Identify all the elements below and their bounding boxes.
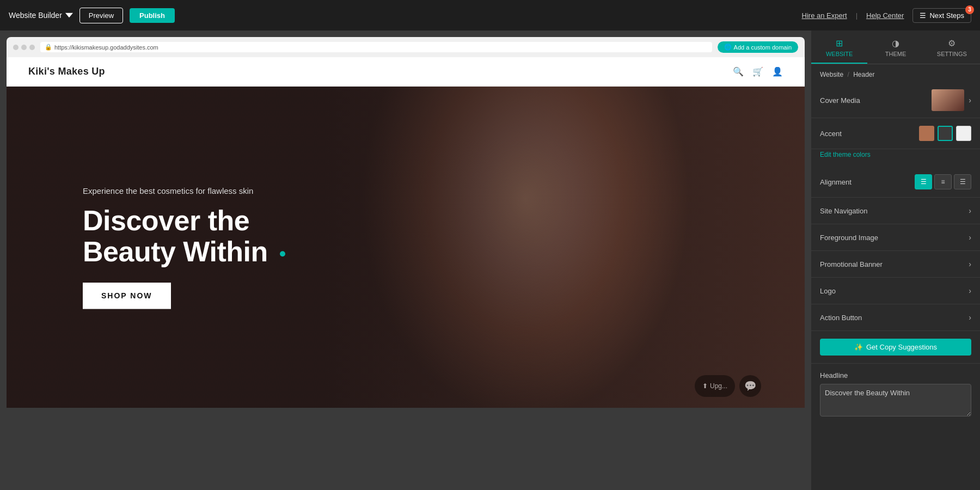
accent-colors — [919, 126, 971, 141]
alignment-buttons: ☰ ≡ ☰ — [915, 174, 971, 189]
promotional-banner-row[interactable]: Promotional Banner › — [811, 251, 980, 278]
cover-media-row: Cover Media › — [820, 89, 971, 111]
cover-media-section: Cover Media › — [811, 83, 980, 118]
help-center-link[interactable]: Help Center — [866, 11, 904, 20]
panel-tabs: ⊞ WEBSITE ◑ THEME ⚙ SETTINGS — [811, 30, 980, 64]
headline-section: Headline Discover the Beauty Within — [811, 364, 980, 426]
next-steps-button[interactable]: ☰ Next Steps 3 — [912, 8, 971, 23]
site-header: Kiki's Makes Up 🔍 🛒 👤 — [7, 57, 805, 87]
site-logo: Kiki's Makes Up — [28, 66, 105, 77]
topbar: Website Builder Preview Publish Hire an … — [0, 0, 980, 30]
copy-suggestions-button[interactable]: ✨ Get Copy Suggestions — [820, 339, 971, 356]
browser-chrome: 🔒 https://kikismakesup.godaddysites.com … — [7, 37, 805, 57]
logo-row[interactable]: Logo › — [811, 278, 980, 304]
hire-expert-link[interactable]: Hire an Expert — [802, 11, 847, 20]
url-text: https://kikismakesup.godaddysites.com — [54, 44, 158, 51]
hero-content: Experience the best cosmetics for flawle… — [83, 185, 311, 309]
preview-button[interactable]: Preview — [79, 8, 123, 23]
add-domain-label: Add a custom domain — [734, 44, 792, 51]
cover-media-expand-icon[interactable]: › — [969, 96, 971, 105]
next-steps-label: Next Steps — [929, 11, 964, 20]
accent-label: Accent — [820, 130, 842, 138]
teal-dot — [280, 252, 285, 257]
copy-suggestions-section: ✨ Get Copy Suggestions — [811, 331, 980, 364]
website-tab-label: WEBSITE — [826, 51, 853, 57]
sparkle-icon: ✨ — [854, 343, 863, 351]
topbar-left: Website Builder Preview Publish — [9, 8, 175, 23]
topbar-right: Hire an Expert | Help Center ☰ Next Step… — [802, 8, 971, 23]
site-navigation-row[interactable]: Site Navigation › — [811, 198, 980, 224]
browser-dot-green — [29, 45, 35, 50]
foreground-image-row[interactable]: Foreground Image › — [811, 224, 980, 251]
site-navigation-label: Site Navigation — [820, 207, 867, 215]
divider: | — [856, 11, 857, 20]
promotional-banner-label: Promotional Banner — [820, 260, 883, 268]
publish-button[interactable]: Publish — [130, 8, 175, 23]
tab-settings[interactable]: ⚙ SETTINGS — [924, 30, 980, 64]
add-domain-button[interactable]: 🌐 Add a custom domain — [718, 41, 798, 53]
next-steps-icon: ☰ — [920, 11, 926, 20]
hero-section: Experience the best cosmetics for flawle… — [7, 87, 805, 408]
breadcrumb-section: Header — [853, 71, 874, 78]
cover-media-label: Cover Media — [820, 96, 860, 105]
hero-title: Discover the Beauty Within — [83, 205, 311, 267]
site-navigation-expand-icon: › — [969, 206, 971, 215]
accent-row: Accent — [811, 118, 980, 149]
right-panel: ⊞ WEBSITE ◑ THEME ⚙ SETTINGS Website / H… — [811, 30, 980, 490]
search-icon[interactable]: 🔍 — [733, 66, 744, 77]
website-content: Kiki's Makes Up 🔍 🛒 👤 Experience the bes… — [7, 57, 805, 408]
align-center-button[interactable]: ≡ — [934, 174, 952, 189]
settings-tab-label: SETTINGS — [937, 51, 967, 57]
account-icon[interactable]: 👤 — [772, 66, 783, 77]
hero-subtitle: Experience the best cosmetics for flawle… — [83, 185, 311, 197]
headline-textarea[interactable]: Discover the Beauty Within — [820, 384, 971, 416]
theme-tab-icon: ◑ — [892, 38, 899, 48]
site-header-icons: 🔍 🛒 👤 — [733, 66, 783, 77]
accent-swatch-dark[interactable] — [938, 126, 953, 141]
browser-dot-yellow — [21, 45, 27, 50]
edit-theme-colors-link[interactable]: Edit theme colors — [820, 151, 871, 158]
brand-button[interactable]: Website Builder — [9, 11, 73, 20]
accent-swatch-brown[interactable] — [919, 126, 934, 141]
copy-suggestions-label: Get Copy Suggestions — [866, 343, 937, 351]
browser-dot-red — [13, 45, 19, 50]
cart-icon[interactable]: 🛒 — [752, 66, 763, 77]
edit-theme-link-container: Edit theme colors — [811, 149, 980, 167]
action-button-expand-icon: › — [969, 313, 971, 322]
headline-label: Headline — [820, 371, 971, 379]
cover-media-thumbnail[interactable] — [932, 89, 964, 111]
align-left-button[interactable]: ☰ — [915, 174, 932, 189]
tab-theme[interactable]: ◑ THEME — [867, 30, 923, 64]
chevron-down-icon — [65, 11, 73, 19]
foreground-image-label: Foreground Image — [820, 234, 878, 242]
tab-website[interactable]: ⊞ WEBSITE — [811, 30, 867, 64]
breadcrumb: Website / Header — [811, 64, 980, 83]
action-button-label: Action Button — [820, 314, 862, 322]
browser-url-bar[interactable]: 🔒 https://kikismakesup.godaddysites.com — [40, 42, 712, 52]
preview-area: 🔒 https://kikismakesup.godaddysites.com … — [0, 30, 811, 490]
breadcrumb-website: Website — [820, 71, 843, 78]
main-content: 🔒 https://kikismakesup.godaddysites.com … — [0, 30, 980, 490]
website-tab-icon: ⊞ — [836, 38, 843, 48]
hero-cta-button[interactable]: SHOP NOW — [83, 283, 171, 309]
logo-label: Logo — [820, 287, 836, 295]
theme-tab-label: THEME — [885, 51, 906, 57]
next-steps-badge: 3 — [965, 5, 974, 14]
accent-swatch-white[interactable] — [956, 126, 971, 141]
alignment-row: Alignment ☰ ≡ ☰ — [811, 167, 980, 198]
brand-label: Website Builder — [9, 11, 62, 20]
action-button-row[interactable]: Action Button › — [811, 304, 980, 331]
promotional-banner-expand-icon: › — [969, 260, 971, 268]
lock-icon: 🔒 — [45, 44, 52, 51]
globe-icon: 🌐 — [724, 44, 732, 51]
foreground-image-expand-icon: › — [969, 233, 971, 242]
breadcrumb-separator: / — [847, 71, 849, 78]
browser-dots — [13, 45, 35, 50]
panel-content: Website / Header Cover Media › — [811, 64, 980, 490]
settings-tab-icon: ⚙ — [948, 38, 955, 48]
align-right-button[interactable]: ☰ — [954, 174, 971, 189]
logo-expand-icon: › — [969, 286, 971, 295]
alignment-label: Alignment — [820, 178, 852, 186]
